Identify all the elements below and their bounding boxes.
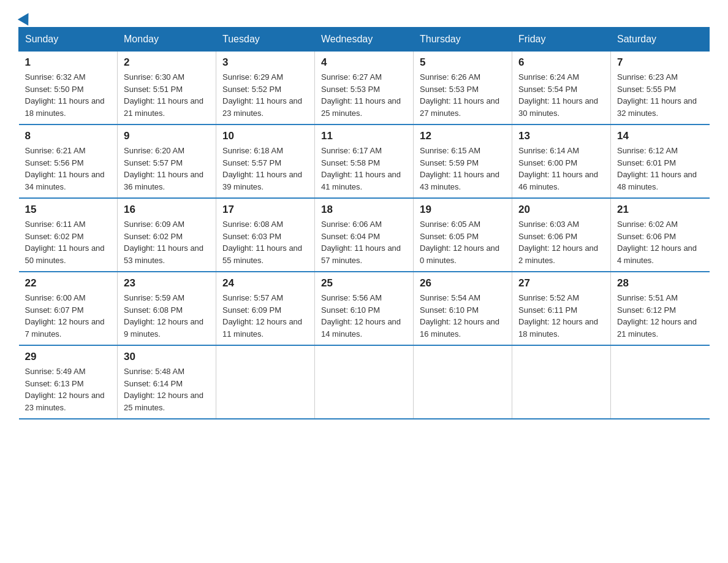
day-info: Sunrise: 6:30 AMSunset: 5:51 PMDaylight:… xyxy=(124,71,210,119)
calendar-cell xyxy=(216,345,315,419)
day-number: 18 xyxy=(321,204,407,216)
page-header xyxy=(18,12,710,21)
header-monday: Monday xyxy=(118,28,216,52)
calendar-cell: 20 Sunrise: 6:03 AMSunset: 6:06 PMDaylig… xyxy=(512,198,611,272)
day-number: 10 xyxy=(222,130,308,142)
day-number: 27 xyxy=(518,277,604,289)
day-number: 6 xyxy=(518,56,604,69)
day-number: 8 xyxy=(25,130,112,142)
header-sunday: Sunday xyxy=(19,28,118,52)
calendar-cell: 10 Sunrise: 6:18 AMSunset: 5:57 PMDaylig… xyxy=(216,124,315,198)
calendar-cell: 7 Sunrise: 6:23 AMSunset: 5:55 PMDayligh… xyxy=(611,52,710,125)
day-number: 25 xyxy=(321,277,407,289)
calendar-cell: 23 Sunrise: 5:59 AMSunset: 6:08 PMDaylig… xyxy=(118,272,216,345)
day-info: Sunrise: 6:14 AMSunset: 6:00 PMDaylight:… xyxy=(518,145,604,193)
day-number: 13 xyxy=(518,130,604,142)
day-info: Sunrise: 6:27 AMSunset: 5:53 PMDaylight:… xyxy=(321,71,407,119)
calendar-week-row: 8 Sunrise: 6:21 AMSunset: 5:56 PMDayligh… xyxy=(19,124,710,198)
day-info: Sunrise: 6:06 AMSunset: 6:04 PMDaylight:… xyxy=(321,218,407,266)
calendar-cell: 6 Sunrise: 6:24 AMSunset: 5:54 PMDayligh… xyxy=(512,52,611,125)
day-number: 2 xyxy=(124,56,210,69)
day-number: 11 xyxy=(321,130,407,142)
day-info: Sunrise: 5:56 AMSunset: 6:10 PMDaylight:… xyxy=(321,292,407,340)
logo-triangle-icon xyxy=(18,10,34,26)
day-number: 28 xyxy=(617,277,703,289)
day-info: Sunrise: 6:24 AMSunset: 5:54 PMDaylight:… xyxy=(518,71,604,119)
calendar-week-row: 22 Sunrise: 6:00 AMSunset: 6:07 PMDaylig… xyxy=(19,272,710,345)
calendar-cell: 30 Sunrise: 5:48 AMSunset: 6:14 PMDaylig… xyxy=(118,345,216,419)
header-saturday: Saturday xyxy=(611,28,710,52)
day-number: 12 xyxy=(420,130,506,142)
calendar-cell xyxy=(611,345,710,419)
day-info: Sunrise: 6:32 AMSunset: 5:50 PMDaylight:… xyxy=(25,71,112,119)
day-number: 7 xyxy=(617,56,703,69)
day-info: Sunrise: 5:48 AMSunset: 6:14 PMDaylight:… xyxy=(124,366,210,413)
calendar-cell: 2 Sunrise: 6:30 AMSunset: 5:51 PMDayligh… xyxy=(118,52,216,125)
day-info: Sunrise: 6:03 AMSunset: 6:06 PMDaylight:… xyxy=(518,218,604,266)
day-number: 3 xyxy=(222,56,308,69)
day-info: Sunrise: 5:52 AMSunset: 6:11 PMDaylight:… xyxy=(518,292,604,340)
calendar-cell: 5 Sunrise: 6:26 AMSunset: 5:53 PMDayligh… xyxy=(414,52,512,125)
header-thursday: Thursday xyxy=(414,28,512,52)
calendar-week-row: 15 Sunrise: 6:11 AMSunset: 6:02 PMDaylig… xyxy=(19,198,710,272)
calendar-week-row: 29 Sunrise: 5:49 AMSunset: 6:13 PMDaylig… xyxy=(19,345,710,419)
day-number: 20 xyxy=(518,204,604,216)
calendar-cell: 8 Sunrise: 6:21 AMSunset: 5:56 PMDayligh… xyxy=(19,124,118,198)
calendar-cell: 1 Sunrise: 6:32 AMSunset: 5:50 PMDayligh… xyxy=(19,52,118,125)
day-info: Sunrise: 6:29 AMSunset: 5:52 PMDaylight:… xyxy=(222,71,308,119)
calendar-cell: 15 Sunrise: 6:11 AMSunset: 6:02 PMDaylig… xyxy=(19,198,118,272)
day-number: 5 xyxy=(420,56,506,69)
day-info: Sunrise: 6:11 AMSunset: 6:02 PMDaylight:… xyxy=(25,218,112,266)
day-number: 24 xyxy=(222,277,308,289)
calendar-cell: 25 Sunrise: 5:56 AMSunset: 6:10 PMDaylig… xyxy=(315,272,414,345)
calendar-week-row: 1 Sunrise: 6:32 AMSunset: 5:50 PMDayligh… xyxy=(19,52,710,125)
calendar-cell: 21 Sunrise: 6:02 AMSunset: 6:06 PMDaylig… xyxy=(611,198,710,272)
calendar-cell: 3 Sunrise: 6:29 AMSunset: 5:52 PMDayligh… xyxy=(216,52,315,125)
day-info: Sunrise: 6:17 AMSunset: 5:58 PMDaylight:… xyxy=(321,145,407,193)
calendar-cell: 12 Sunrise: 6:15 AMSunset: 5:59 PMDaylig… xyxy=(414,124,512,198)
day-info: Sunrise: 6:00 AMSunset: 6:07 PMDaylight:… xyxy=(25,292,112,340)
calendar-cell xyxy=(315,345,414,419)
day-info: Sunrise: 6:26 AMSunset: 5:53 PMDaylight:… xyxy=(420,71,506,119)
calendar-cell: 26 Sunrise: 5:54 AMSunset: 6:10 PMDaylig… xyxy=(414,272,512,345)
day-number: 19 xyxy=(420,204,506,216)
day-info: Sunrise: 6:08 AMSunset: 6:03 PMDaylight:… xyxy=(222,218,308,266)
day-info: Sunrise: 6:18 AMSunset: 5:57 PMDaylight:… xyxy=(222,145,308,193)
calendar-header-row: SundayMondayTuesdayWednesdayThursdayFrid… xyxy=(19,28,710,52)
calendar-cell: 13 Sunrise: 6:14 AMSunset: 6:00 PMDaylig… xyxy=(512,124,611,198)
day-number: 4 xyxy=(321,56,407,69)
day-info: Sunrise: 5:49 AMSunset: 6:13 PMDaylight:… xyxy=(25,366,112,413)
day-number: 23 xyxy=(124,277,210,289)
day-info: Sunrise: 6:05 AMSunset: 6:05 PMDaylight:… xyxy=(420,218,506,266)
calendar-cell xyxy=(512,345,611,419)
day-number: 16 xyxy=(124,204,210,216)
day-info: Sunrise: 5:57 AMSunset: 6:09 PMDaylight:… xyxy=(222,292,308,340)
day-info: Sunrise: 5:59 AMSunset: 6:08 PMDaylight:… xyxy=(124,292,210,340)
calendar-cell: 27 Sunrise: 5:52 AMSunset: 6:11 PMDaylig… xyxy=(512,272,611,345)
day-number: 21 xyxy=(617,204,703,216)
calendar-cell: 9 Sunrise: 6:20 AMSunset: 5:57 PMDayligh… xyxy=(118,124,216,198)
day-info: Sunrise: 6:02 AMSunset: 6:06 PMDaylight:… xyxy=(617,218,703,266)
day-info: Sunrise: 6:21 AMSunset: 5:56 PMDaylight:… xyxy=(25,145,112,193)
header-wednesday: Wednesday xyxy=(315,28,414,52)
calendar-cell: 4 Sunrise: 6:27 AMSunset: 5:53 PMDayligh… xyxy=(315,52,414,125)
day-info: Sunrise: 5:51 AMSunset: 6:12 PMDaylight:… xyxy=(617,292,703,340)
logo xyxy=(18,12,32,21)
day-number: 22 xyxy=(25,277,112,289)
day-number: 30 xyxy=(124,351,210,363)
calendar-cell: 11 Sunrise: 6:17 AMSunset: 5:58 PMDaylig… xyxy=(315,124,414,198)
day-number: 1 xyxy=(25,56,112,69)
calendar-table: SundayMondayTuesdayWednesdayThursdayFrid… xyxy=(18,27,710,419)
calendar-cell: 14 Sunrise: 6:12 AMSunset: 6:01 PMDaylig… xyxy=(611,124,710,198)
day-info: Sunrise: 6:20 AMSunset: 5:57 PMDaylight:… xyxy=(124,145,210,193)
day-number: 9 xyxy=(124,130,210,142)
day-info: Sunrise: 6:12 AMSunset: 6:01 PMDaylight:… xyxy=(617,145,703,193)
header-tuesday: Tuesday xyxy=(216,28,315,52)
calendar-cell: 17 Sunrise: 6:08 AMSunset: 6:03 PMDaylig… xyxy=(216,198,315,272)
header-friday: Friday xyxy=(512,28,611,52)
calendar-cell: 22 Sunrise: 6:00 AMSunset: 6:07 PMDaylig… xyxy=(19,272,118,345)
day-number: 17 xyxy=(222,204,308,216)
calendar-cell: 16 Sunrise: 6:09 AMSunset: 6:02 PMDaylig… xyxy=(118,198,216,272)
calendar-cell: 18 Sunrise: 6:06 AMSunset: 6:04 PMDaylig… xyxy=(315,198,414,272)
day-number: 29 xyxy=(25,351,112,363)
